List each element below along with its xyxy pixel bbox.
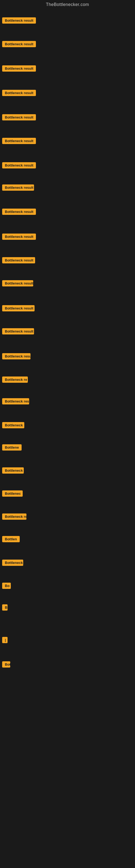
bottleneck-badge-6[interactable]: Bottleneck result [2, 138, 36, 144]
bottleneck-badge-24[interactable]: Bottleneck [2, 560, 23, 566]
badge-row-6: Bottleneck result [2, 138, 36, 145]
badge-row-20: Bottleneck [2, 467, 24, 475]
bottleneck-badge-15[interactable]: Bottleneck result [2, 353, 31, 360]
bottleneck-badge-21[interactable]: Bottlenec [2, 490, 23, 497]
bottleneck-badge-19[interactable]: Bottlene [2, 444, 21, 451]
bottleneck-badge-14[interactable]: Bottleneck result [2, 328, 34, 335]
badge-row-27: | [2, 637, 8, 644]
badge-row-17: Bottleneck resul [2, 398, 29, 405]
badge-row-28: Bot [2, 661, 10, 669]
bottleneck-badge-26[interactable]: B [2, 604, 8, 611]
badge-row-9: Bottleneck result [2, 209, 36, 216]
badge-row-4: Bottleneck result [2, 90, 36, 97]
badge-row-14: Bottleneck result [2, 328, 34, 336]
bottleneck-badge-7[interactable]: Bottleneck result [2, 162, 36, 168]
bottleneck-badge-10[interactable]: Bottleneck result [2, 234, 36, 240]
badge-row-26: B [2, 604, 8, 612]
badge-row-5: Bottleneck result [2, 114, 36, 122]
bottleneck-badge-25[interactable]: Bo [2, 583, 11, 589]
site-title-container: TheBottlenecker.com [0, 0, 135, 10]
bottleneck-badge-22[interactable]: Bottleneck re [2, 514, 27, 520]
badge-row-24: Bottleneck [2, 560, 23, 567]
badge-row-25: Bo [2, 583, 11, 590]
badge-row-8: Bottleneck result [2, 184, 34, 192]
badge-row-3: Bottleneck result [2, 65, 36, 73]
bottleneck-badge-1[interactable]: Bottleneck result [2, 18, 36, 24]
bottleneck-badge-13[interactable]: Bottleneck result [2, 305, 35, 311]
badge-row-1: Bottleneck result [2, 18, 36, 25]
badge-row-16: Bottleneck re [2, 376, 28, 384]
bottleneck-badge-17[interactable]: Bottleneck resul [2, 398, 29, 404]
badge-row-23: Bottlen [2, 536, 20, 543]
bottleneck-badge-16[interactable]: Bottleneck re [2, 376, 28, 383]
bottleneck-badge-20[interactable]: Bottleneck [2, 467, 24, 474]
badge-row-13: Bottleneck result [2, 305, 35, 312]
badge-row-12: Bottleneck result [2, 280, 33, 287]
bottleneck-badge-11[interactable]: Bottleneck result [2, 257, 35, 264]
badge-row-21: Bottlenec [2, 490, 23, 498]
bottleneck-badge-28[interactable]: Bot [2, 661, 10, 668]
bottleneck-badge-27[interactable]: | [2, 637, 8, 643]
badges-container: Bottleneck resultBottleneck resultBottle… [0, 10, 135, 865]
bottleneck-badge-5[interactable]: Bottleneck result [2, 114, 36, 120]
bottleneck-badge-18[interactable]: Bottleneck [2, 422, 24, 428]
bottleneck-badge-8[interactable]: Bottleneck result [2, 184, 34, 191]
bottleneck-badge-3[interactable]: Bottleneck result [2, 65, 36, 72]
site-title: TheBottlenecker.com [0, 0, 135, 10]
bottleneck-badge-2[interactable]: Bottleneck result [2, 41, 36, 47]
badge-row-7: Bottleneck result [2, 162, 36, 169]
badge-row-11: Bottleneck result [2, 257, 35, 265]
bottleneck-badge-9[interactable]: Bottleneck result [2, 209, 36, 215]
badge-row-15: Bottleneck result [2, 353, 31, 361]
bottleneck-badge-12[interactable]: Bottleneck result [2, 280, 33, 286]
badge-row-18: Bottleneck [2, 422, 24, 429]
badge-row-22: Bottleneck re [2, 514, 27, 521]
badge-row-2: Bottleneck result [2, 41, 36, 48]
bottleneck-badge-23[interactable]: Bottlen [2, 536, 20, 542]
badge-row-10: Bottleneck result [2, 234, 36, 241]
bottleneck-badge-4[interactable]: Bottleneck result [2, 90, 36, 96]
badge-row-19: Bottlene [2, 444, 21, 452]
